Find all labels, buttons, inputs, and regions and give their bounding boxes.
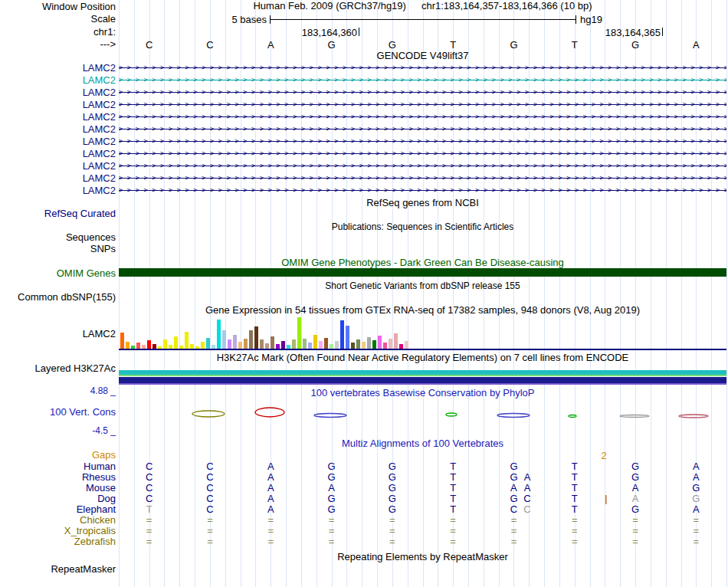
gtex-bar[interactable]: [389, 339, 392, 349]
omim-genes-label[interactable]: OMIM Genes: [0, 268, 116, 279]
cons-track-label[interactable]: 100 Vert. Cons: [0, 407, 116, 418]
dbsnp-title[interactable]: Short Genetic Variants from dbSNP releas…: [119, 280, 726, 291]
gtex-bar[interactable]: [313, 335, 317, 349]
gtex-bar[interactable]: [249, 330, 253, 349]
gene-model-row[interactable]: >>>>>>>>>>>>>>>>>>>>>>>>>>>>>>>>>>>>>>>>…: [119, 162, 726, 170]
gencode-track-label[interactable]: LAMC2: [0, 136, 116, 147]
gtex-bar[interactable]: [297, 317, 301, 349]
species-label[interactable]: Zebrafish: [0, 536, 116, 547]
assembly-short-label: hg19: [580, 14, 602, 25]
gtex-bar[interactable]: [405, 341, 408, 349]
gencode-title[interactable]: GENCODE V49lift37: [119, 51, 726, 61]
species-label[interactable]: Rhesus: [0, 471, 116, 483]
species-label[interactable]: Elephant: [0, 503, 116, 515]
gtex-bar[interactable]: [260, 339, 264, 349]
gencode-track-label[interactable]: LAMC2: [0, 74, 116, 86]
gtex-bar[interactable]: [303, 339, 307, 349]
gene-model-row[interactable]: >>>>>>>>>>>>>>>>>>>>>>>>>>>>>>>>>>>>>>>>…: [119, 100, 726, 109]
gene-model-row[interactable]: >>>>>>>>>>>>>>>>>>>>>>>>>>>>>>>>>>>>>>>>…: [119, 137, 726, 146]
h3k27ac-track-label[interactable]: Layered H3K27Ac: [0, 363, 116, 374]
gtex-bar[interactable]: [324, 338, 328, 349]
species-label[interactable]: Dog: [0, 493, 116, 504]
gtex-bar[interactable]: [335, 341, 339, 349]
sequences-track-label[interactable]: Sequences: [0, 232, 116, 243]
gtex-bar[interactable]: [238, 342, 242, 349]
gtex-track-label[interactable]: LAMC2: [0, 329, 116, 339]
gtex-bar[interactable]: [233, 335, 237, 349]
gene-model-row[interactable]: >>>>>>>>>>>>>>>>>>>>>>>>>>>>>>>>>>>>>>>>…: [119, 88, 726, 97]
multiz-title[interactable]: Multiz Alignments of 100 Vertebrates: [119, 438, 726, 449]
gtex-bar[interactable]: [281, 341, 285, 349]
gtex-bar[interactable]: [340, 320, 344, 349]
gtex-bar[interactable]: [308, 343, 312, 349]
gaps-label[interactable]: Gaps: [0, 450, 116, 461]
repeatmasker-title[interactable]: Repeating Elements by RepeatMasker: [119, 552, 726, 562]
gencode-track-label[interactable]: LAMC2: [0, 160, 116, 172]
species-label[interactable]: Mouse: [0, 482, 116, 494]
gtex-bar[interactable]: [378, 336, 382, 349]
gencode-track-label[interactable]: LAMC2: [0, 99, 116, 110]
align-base: =: [632, 514, 638, 526]
align-base: =: [511, 536, 517, 547]
gtex-bar[interactable]: [174, 336, 178, 349]
gencode-track-label[interactable]: LAMC2: [0, 185, 116, 196]
gtex-bar[interactable]: [383, 343, 387, 349]
gencode-track-label[interactable]: LAMC2: [0, 123, 116, 135]
cons-max-label: 4.88 _: [0, 385, 116, 396]
gene-model-row[interactable]: >>>>>>>>>>>>>>>>>>>>>>>>>>>>>>>>>>>>>>>>…: [119, 125, 726, 133]
conservation-title[interactable]: 100 vertebrates Basewise Conservation by…: [119, 388, 726, 398]
h3k27ac-title[interactable]: H3K27Ac Mark (Often Found Near Active Re…: [119, 353, 726, 363]
gene-model-row[interactable]: >>>>>>>>>>>>>>>>>>>>>>>>>>>>>>>>>>>>>>>>…: [119, 174, 726, 182]
gtex-bar[interactable]: [120, 333, 124, 349]
gtex-bar[interactable]: [163, 339, 167, 349]
gtex-bar[interactable]: [244, 339, 248, 349]
align-base: =: [694, 536, 700, 547]
gtex-bar[interactable]: [147, 340, 151, 349]
gencode-track-label[interactable]: LAMC2: [0, 62, 116, 74]
gtex-bar[interactable]: [372, 340, 376, 349]
gene-model-row[interactable]: >>>>>>>>>>>>>>>>>>>>>>>>>>>>>>>>>>>>>>>>…: [119, 186, 726, 195]
species-label[interactable]: X_tropicalis: [0, 525, 116, 536]
gtex-bar[interactable]: [362, 342, 366, 349]
gtex-bar[interactable]: [351, 343, 355, 349]
refseq-title[interactable]: RefSeq genes from NCBI: [119, 198, 726, 208]
gtex-bar[interactable]: [217, 320, 221, 349]
omim-title[interactable]: OMIM Gene Phenotypes - Dark Green Can Be…: [119, 257, 726, 268]
coordinate-right: 183,164,365: [584, 27, 661, 38]
species-label[interactable]: Human: [0, 461, 116, 472]
gencode-track-label[interactable]: LAMC2: [0, 87, 116, 98]
gtex-bar[interactable]: [319, 341, 323, 349]
dbsnp-track-label[interactable]: Common dbSNP(155): [0, 292, 116, 303]
publications-title[interactable]: Publications: Sequences in Scientific Ar…: [119, 221, 726, 232]
gtex-bar[interactable]: [254, 326, 258, 349]
conservation-shape: [446, 413, 457, 416]
gtex-bar[interactable]: [367, 337, 371, 349]
gtex-bar[interactable]: [265, 343, 269, 349]
gencode-track-label[interactable]: LAMC2: [0, 148, 116, 159]
strand-arrows: >>>>>>>>>>>>>>>>>>>>>>>>>>>>>>>>>>>>>>>>…: [119, 88, 726, 97]
gtex-bar[interactable]: [228, 339, 231, 349]
gtex-bar[interactable]: [222, 330, 226, 349]
gtex-bar[interactable]: [394, 333, 398, 349]
gtex-bar[interactable]: [346, 326, 349, 349]
species-label[interactable]: Chicken: [0, 514, 116, 526]
gtex-bar[interactable]: [136, 343, 140, 349]
refseq-curated-label[interactable]: RefSeq Curated: [0, 208, 116, 219]
gtex-bar[interactable]: [356, 339, 360, 349]
snps-track-label[interactable]: SNPs: [0, 244, 116, 254]
gene-model-row[interactable]: >>>>>>>>>>>>>>>>>>>>>>>>>>>>>>>>>>>>>>>>…: [119, 113, 726, 121]
gene-model-row[interactable]: >>>>>>>>>>>>>>>>>>>>>>>>>>>>>>>>>>>>>>>>…: [119, 149, 726, 158]
gencode-track-label[interactable]: LAMC2: [0, 111, 116, 123]
gtex-bar[interactable]: [292, 339, 296, 349]
gencode-track-label[interactable]: LAMC2: [0, 172, 116, 184]
gtex-bar[interactable]: [201, 342, 205, 349]
gtex-bar[interactable]: [185, 332, 189, 349]
omim-gene-bar[interactable]: [119, 268, 726, 277]
gtex-bar[interactable]: [206, 338, 210, 349]
gene-model-row[interactable]: >>>>>>>>>>>>>>>>>>>>>>>>>>>>>>>>>>>>>>>>…: [119, 64, 726, 72]
gtex-bar[interactable]: [271, 336, 274, 349]
gene-model-row[interactable]: >>>>>>>>>>>>>>>>>>>>>>>>>>>>>>>>>>>>>>>>…: [119, 76, 726, 84]
repeatmasker-label[interactable]: RepeatMasker: [0, 564, 116, 575]
gtex-bar[interactable]: [126, 342, 130, 349]
gtex-title[interactable]: Gene Expression in 54 tissues from GTEx …: [119, 305, 726, 316]
